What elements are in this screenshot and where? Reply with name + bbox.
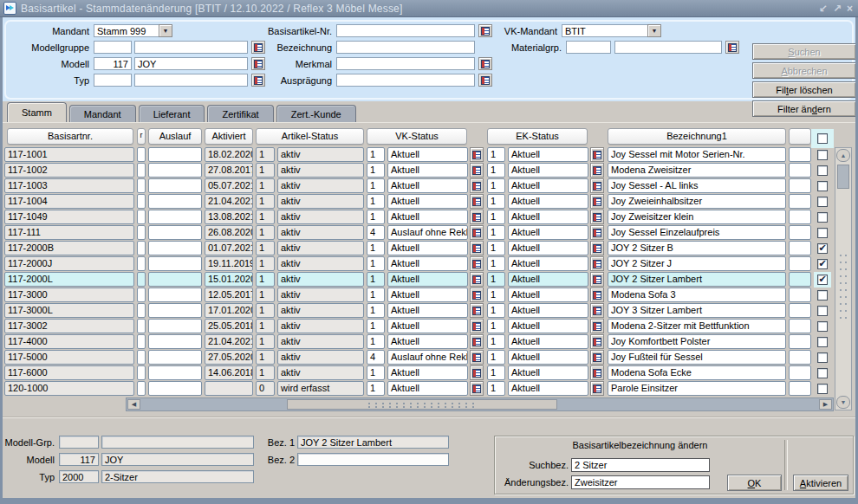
- cell-c-bez[interactable]: Joy Sessel - AL links: [608, 178, 786, 193]
- cell-c-basis[interactable]: 117-3000: [4, 288, 134, 302]
- cell-c-ekn[interactable]: 1: [487, 163, 505, 178]
- cell-c-vkt[interactable]: Aktuell: [387, 288, 468, 302]
- cell-c-t1[interactable]: [137, 303, 146, 318]
- cell-c-ekn[interactable]: 1: [487, 272, 505, 287]
- cell-c-vkn[interactable]: 1: [367, 241, 385, 255]
- cell-c-ast[interactable]: aktiv: [277, 365, 364, 380]
- cell-c-t1[interactable]: [137, 147, 146, 162]
- cell-c-vkt[interactable]: Aktuell: [387, 365, 468, 380]
- vertical-scrollbar-thumb[interactable]: [837, 165, 849, 189]
- cell-c-vkt[interactable]: Aktuell: [387, 163, 468, 178]
- col-header-aktiviert[interactable]: Aktiviert: [205, 128, 253, 145]
- cell-c-asn[interactable]: 1: [256, 350, 275, 365]
- cell-c-ekt[interactable]: Aktuell: [508, 288, 588, 302]
- lov-button[interactable]: [590, 350, 604, 365]
- cell-c-bez[interactable]: Joy Fußteil für Sessel: [608, 350, 786, 365]
- row-checkbox[interactable]: ✔: [817, 243, 828, 254]
- row-checkbox[interactable]: ✔: [817, 181, 828, 191]
- cell-c-akt[interactable]: 25.05.2018: [205, 319, 253, 333]
- cell-c-asn[interactable]: 1: [256, 163, 275, 178]
- cell-c-t2[interactable]: [789, 272, 811, 287]
- row-checkbox[interactable]: ✔: [817, 384, 828, 394]
- maximize-icon[interactable]: ↗: [833, 3, 842, 15]
- col-header-bezeichnung1[interactable]: Bezeichnung1: [608, 128, 786, 145]
- cell-c-ekt[interactable]: Aktuell: [508, 210, 588, 224]
- tab-mandant[interactable]: Mandant: [69, 105, 136, 122]
- cell-c-asn[interactable]: 1: [256, 147, 275, 162]
- lov-button[interactable]: [470, 256, 484, 271]
- cell-c-bez[interactable]: JOY 2 Sitzer J: [608, 256, 786, 271]
- cell-c-ausl[interactable]: [148, 241, 202, 255]
- cell-c-vkt[interactable]: Aktuell: [387, 381, 468, 396]
- lov-button[interactable]: [590, 225, 604, 240]
- cell-c-asn[interactable]: 1: [256, 319, 275, 333]
- col-header-artikel-status[interactable]: Artikel-Status: [256, 128, 364, 145]
- lov-button[interactable]: [470, 147, 484, 162]
- lov-button[interactable]: [590, 178, 604, 193]
- materialgrp-lov-button[interactable]: [725, 41, 739, 54]
- row-checkbox[interactable]: ✔: [817, 228, 828, 238]
- cell-c-asn[interactable]: 1: [256, 241, 275, 255]
- cell-c-ausl[interactable]: [148, 288, 202, 302]
- lov-button[interactable]: [590, 381, 604, 396]
- close-icon[interactable]: ×: [847, 3, 853, 15]
- cell-c-bez[interactable]: Parole Einsitzer: [608, 381, 786, 396]
- lov-button[interactable]: [470, 319, 484, 333]
- cell-c-bez[interactable]: Joy Zweieinhalbsitzer: [608, 194, 786, 209]
- tab-stamm[interactable]: Stamm: [7, 102, 67, 122]
- lov-button[interactable]: [590, 288, 604, 302]
- materialgrp-code-field[interactable]: [566, 41, 611, 54]
- cell-c-t2[interactable]: [789, 303, 811, 318]
- cell-c-ast[interactable]: aktiv: [277, 272, 364, 287]
- cell-c-ekt[interactable]: Aktuell: [508, 256, 588, 271]
- cell-c-vkt[interactable]: Aktuell: [387, 319, 468, 333]
- materialgrp-name-field[interactable]: [614, 41, 722, 54]
- scroll-down-icon[interactable]: ▼: [836, 396, 850, 409]
- scroll-up-icon[interactable]: ▲: [836, 149, 850, 162]
- cell-c-vkt[interactable]: Aktuell: [387, 334, 468, 349]
- lov-button[interactable]: [590, 334, 604, 349]
- cell-c-ekt[interactable]: Aktuell: [508, 225, 588, 240]
- cell-c-ekn[interactable]: 1: [487, 256, 505, 271]
- cell-c-ast[interactable]: aktiv: [277, 210, 364, 224]
- suchbez-input[interactable]: 2 Sitzer: [571, 458, 710, 472]
- cell-c-ausl[interactable]: [148, 334, 202, 349]
- lov-button[interactable]: [470, 334, 484, 349]
- aenderungsbez-input[interactable]: Zweisitzer: [571, 475, 710, 489]
- cell-c-t1[interactable]: [137, 178, 146, 193]
- cell-c-vkt[interactable]: Aktuell: [387, 178, 468, 193]
- cell-c-ast[interactable]: aktiv: [277, 256, 364, 271]
- lov-button[interactable]: [470, 225, 484, 240]
- row-checkbox[interactable]: ✔: [817, 212, 828, 223]
- cell-c-vkn[interactable]: 1: [367, 334, 385, 349]
- lov-button[interactable]: [590, 241, 604, 255]
- cell-c-t2[interactable]: [789, 365, 811, 380]
- horizontal-scrollbar-thumb[interactable]: [287, 399, 557, 410]
- cell-c-t2[interactable]: [789, 194, 811, 209]
- cell-c-akt[interactable]: 13.08.2021: [205, 210, 253, 224]
- cell-c-basis[interactable]: 117-1002: [4, 163, 134, 178]
- cell-c-ekn[interactable]: 1: [487, 365, 505, 380]
- cell-c-ast[interactable]: aktiv: [277, 334, 364, 349]
- cell-c-vkn[interactable]: 1: [367, 210, 385, 224]
- lov-button[interactable]: [470, 272, 484, 287]
- cell-c-ausl[interactable]: [148, 210, 202, 224]
- col-header-auslauf[interactable]: Auslauf: [148, 128, 202, 145]
- lov-button[interactable]: [590, 365, 604, 380]
- cell-c-akt[interactable]: 12.05.2017: [205, 288, 253, 302]
- cell-c-t2[interactable]: [789, 241, 811, 255]
- cell-c-vkt[interactable]: Aktuell: [387, 272, 468, 287]
- row-checkbox[interactable]: ✔: [817, 352, 828, 363]
- tab-zertifikat[interactable]: Zertifikat: [207, 105, 273, 122]
- cell-c-vkt[interactable]: Aktuell: [387, 194, 468, 209]
- cell-c-asn[interactable]: 1: [256, 256, 275, 271]
- cell-c-vkt[interactable]: Auslauf ohne Rekl: [387, 350, 468, 365]
- cell-c-t1[interactable]: [137, 350, 146, 365]
- col-header-blank[interactable]: [789, 128, 811, 145]
- cell-c-t1[interactable]: [137, 256, 146, 271]
- cell-c-ekt[interactable]: Aktuell: [508, 381, 588, 396]
- cell-c-ekt[interactable]: Aktuell: [508, 194, 588, 209]
- vertical-scrollbar[interactable]: ▲ ▼: [835, 147, 852, 410]
- row-checkbox[interactable]: ✔: [817, 259, 828, 269]
- cell-c-vkn[interactable]: 4: [367, 350, 385, 365]
